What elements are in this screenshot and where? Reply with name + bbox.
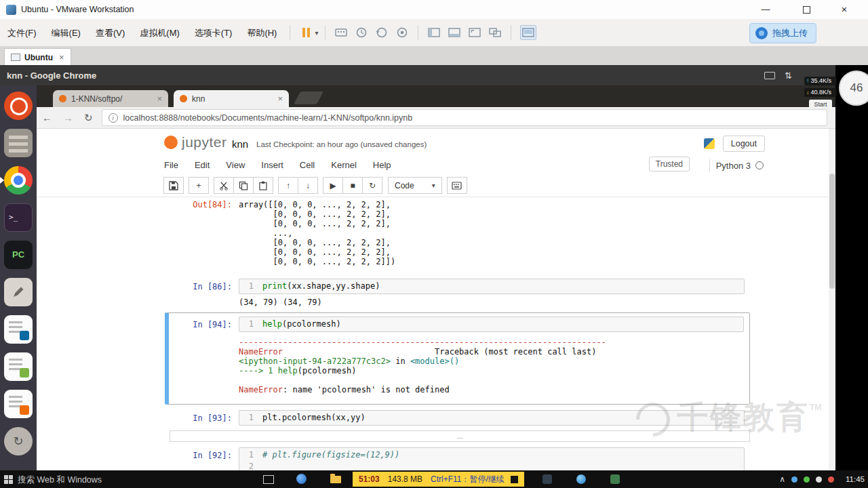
screen-recorder-bar[interactable]: 51:03 143.8 MB Ctrl+F11：暂停/继续 — [353, 472, 524, 487]
taskbar-app-icon[interactable] — [576, 474, 586, 484]
notebook-title[interactable]: knn — [232, 138, 248, 150]
maximize-button[interactable] — [791, 0, 822, 18]
taskbar-app-icon[interactable] — [610, 474, 620, 484]
minimize-button[interactable]: — — [750, 0, 781, 18]
stop-recording-icon[interactable] — [511, 476, 518, 483]
logout-button[interactable]: Logout — [723, 136, 765, 152]
tab-close-icon[interactable]: × — [157, 94, 162, 104]
reload-button[interactable]: ↻ — [84, 112, 93, 124]
restart-kernel-button[interactable]: ↻ — [362, 177, 382, 194]
menu-tabs[interactable]: 选项卡(T) — [187, 20, 240, 46]
menu-edit[interactable]: Edit — [195, 160, 210, 170]
tray-icon[interactable] — [816, 476, 822, 483]
start-menu-button[interactable] — [4, 475, 13, 484]
code-input[interactable]: 1 help(pcolormesh) — [239, 317, 744, 332]
command-palette-button[interactable] — [447, 177, 467, 194]
page-scrollbar[interactable] — [829, 129, 835, 470]
task-view-button[interactable] — [263, 475, 274, 484]
browser-tab-1[interactable]: 1-KNN/softpo/ × — [53, 90, 168, 107]
address-bar[interactable]: i localhost:8888/notebooks/Documents/mac… — [102, 109, 827, 126]
manage-snapshots-button[interactable] — [395, 26, 409, 39]
menu-view[interactable]: View — [226, 160, 245, 170]
launcher-writer[interactable] — [4, 315, 33, 344]
menu-file[interactable]: File — [164, 160, 178, 170]
jupyter-logo-icon — [164, 136, 178, 149]
tray-icon[interactable] — [828, 476, 834, 483]
menu-help[interactable]: Help — [373, 160, 391, 170]
menu-vm[interactable]: 虚拟机(M) — [132, 20, 187, 46]
taskbar-search-box[interactable]: 搜索 Web 和 Windows — [18, 474, 102, 486]
back-button[interactable]: ← — [42, 112, 52, 123]
cut-cell-button[interactable] — [214, 177, 234, 194]
assistant-ball[interactable]: 46 — [839, 70, 868, 106]
run-cell-button[interactable]: ▶ — [323, 177, 343, 194]
console-view-button[interactable] — [520, 25, 536, 40]
start-button[interactable]: Start — [809, 100, 832, 109]
taskbar-clock[interactable]: 11:45 — [846, 475, 865, 483]
keyboard-indicator-icon[interactable] — [764, 72, 775, 79]
launcher-files[interactable] — [4, 129, 33, 157]
tab-close-icon[interactable]: × — [277, 94, 283, 104]
recording-time: 51:03 — [359, 474, 380, 484]
tray-chevron-icon[interactable]: ∧ — [779, 474, 785, 484]
cell-type-select[interactable]: Code ▾ — [388, 177, 442, 194]
scrollbar-thumb[interactable] — [829, 174, 835, 289]
new-tab-button[interactable] — [294, 92, 323, 104]
menu-insert[interactable]: Insert — [261, 160, 283, 170]
launcher-impress[interactable] — [4, 390, 33, 418]
browser-tab-2[interactable]: knn × — [174, 90, 289, 107]
show-library-button[interactable] — [427, 26, 441, 39]
copy-cell-button[interactable] — [233, 177, 254, 194]
add-cell-button[interactable]: + — [189, 177, 209, 194]
menu-cell[interactable]: Cell — [300, 160, 315, 170]
menu-help[interactable]: 帮助(H) — [239, 20, 284, 46]
chevron-down-icon[interactable]: ▾ — [315, 29, 318, 37]
launcher-terminal[interactable]: >_ — [4, 203, 33, 232]
launcher-text-editor[interactable] — [4, 278, 33, 306]
drag-upload-button[interactable]: 拖拽上传 — [749, 23, 816, 43]
menu-edit[interactable]: 编辑(E) — [44, 20, 88, 46]
page-info-icon[interactable]: i — [108, 113, 118, 123]
tray-icon[interactable] — [791, 476, 797, 483]
take-snapshot-button[interactable] — [355, 26, 368, 39]
maximize-icon — [803, 6, 810, 14]
move-cell-down-button[interactable]: ↓ — [298, 177, 318, 194]
code-input[interactable]: 1 print(xx.shape,yy.shape) — [239, 279, 745, 294]
vm-tab-ubuntu[interactable]: Ubuntu × — [4, 48, 71, 66]
forward-button[interactable]: → — [63, 112, 73, 123]
vm-tab-close-icon[interactable]: × — [59, 52, 64, 62]
launcher-chrome[interactable] — [4, 166, 33, 195]
network-updown-icon[interactable]: ⇅ — [785, 70, 792, 81]
taskbar-browser-icon[interactable] — [296, 474, 307, 484]
jupyter-logo[interactable]: jupyter — [164, 134, 227, 150]
taskbar-app-icon[interactable] — [542, 474, 552, 484]
fullscreen-button[interactable] — [468, 26, 481, 39]
cell-in94-selected[interactable]: In [94]: 1 help(pcolormesh) ------------… — [165, 312, 750, 405]
save-button[interactable] — [163, 177, 184, 194]
unity-mode-button[interactable] — [488, 26, 502, 39]
paste-cell-button[interactable] — [253, 177, 273, 194]
menu-file[interactable]: 文件(F) — [0, 20, 44, 46]
launcher-pycharm[interactable]: PC — [4, 241, 33, 269]
revert-snapshot-button[interactable] — [375, 26, 389, 39]
code-input[interactable]: 12 # plt.figure(figsize=(12,9)) — [239, 447, 745, 470]
ctrl-alt-del-button[interactable] — [334, 26, 348, 39]
menu-kernel[interactable]: Kernel — [331, 160, 357, 170]
show-thumbnail-bar-button[interactable] — [448, 26, 461, 39]
tray-icon[interactable] — [804, 476, 810, 483]
kernel-idle-icon — [755, 161, 764, 169]
trusted-badge[interactable]: Trusted — [649, 157, 690, 171]
cell-out84: Out[84]: array([[0, 0, 0, ..., 2, 2, 2],… — [170, 200, 750, 266]
launcher-calc[interactable] — [4, 352, 33, 381]
close-button[interactable]: × — [829, 0, 860, 18]
file-explorer-icon[interactable] — [330, 476, 341, 483]
collapsed-output[interactable]: ... — [170, 430, 750, 442]
menu-view[interactable]: 查看(V) — [88, 20, 132, 46]
interrupt-kernel-button[interactable]: ■ — [342, 177, 363, 194]
launcher-dash-home[interactable] — [4, 92, 33, 120]
launcher-software-updater[interactable]: ↻ — [4, 427, 33, 455]
cell-in86: In [86]: 1 print(xx.shape,yy.shape) — [170, 279, 750, 294]
move-cell-up-button[interactable]: ↑ — [278, 177, 298, 194]
code-input[interactable]: 1 plt.pcolormesh(xx,yy) — [239, 410, 745, 426]
suspend-vm-button[interactable]: ▾ — [302, 28, 318, 37]
